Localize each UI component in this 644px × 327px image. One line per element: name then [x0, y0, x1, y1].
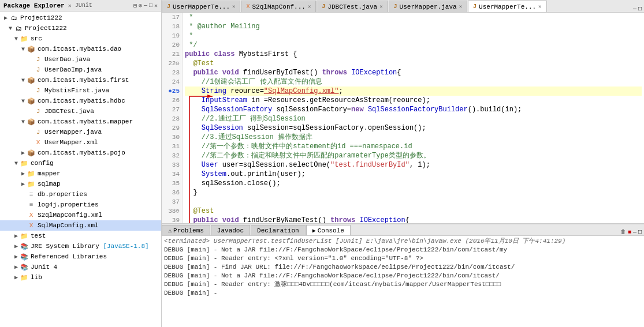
editor-tab-active[interactable]: J UserMapperTe... ✕	[468, 1, 546, 12]
console-debug-line: DEBUG [main] - Find JAR URL: file://F:/F…	[164, 263, 642, 272]
problems-tab[interactable]: ⚠ Problems	[162, 225, 210, 235]
clear-console-icon[interactable]: 🗑	[620, 228, 626, 235]
tree-item[interactable]: ▶ 📚 JRE System Library [JavaSE-1.8]	[0, 241, 161, 251]
tree-item[interactable]: X S2qlMapConfig.xml	[0, 210, 161, 220]
junit-tab-label[interactable]: JUnit	[75, 2, 92, 9]
tree-container[interactable]: ▶ 🗂 Project1222 ▼ 🗂 Project1222 ▼ 📁 src …	[0, 12, 161, 327]
code-line: //3.通过SqlSession 操作数据库	[185, 133, 642, 142]
tree-item[interactable]: J JDBCTest.java	[0, 106, 161, 116]
tree-item[interactable]: J UserDaoImp.java	[0, 65, 161, 75]
tree-item[interactable]: ▶ 🗂 Project1222	[0, 13, 161, 23]
maximize-console-icon[interactable]: □	[638, 229, 642, 235]
code-line: @Test	[185, 206, 642, 216]
library-icon: 📚	[20, 262, 29, 272]
tree-item[interactable]: ▼ 📦 com.itcast.mybatis.first	[0, 75, 161, 85]
javadoc-tab[interactable]: Javadoc	[211, 225, 250, 235]
line-num: 19	[164, 31, 180, 40]
props-file-icon: ≡	[27, 200, 36, 209]
console-tab[interactable]: ▶ Console	[306, 225, 351, 235]
java-file-icon: J	[33, 127, 43, 137]
editor-tab[interactable]: J UserMapperTe... ✕	[162, 1, 240, 12]
editor-tab[interactable]: J JDBCTest.java ✕	[317, 1, 388, 12]
package-explorer-title: Package Explorer	[3, 2, 65, 9]
tree-item[interactable]: ▼ 🗂 Project1222	[0, 23, 161, 33]
tree-arrow: ▼	[20, 98, 27, 104]
tab-close-button[interactable]: ✕	[538, 3, 541, 10]
tree-arrow: ▼	[7, 25, 14, 32]
tree-item[interactable]: ▶ 📁 test	[0, 231, 161, 241]
tree-item[interactable]: ▼ 📁 config	[0, 158, 161, 168]
tab-label: S2qlMapConf...	[252, 3, 305, 10]
editor-tabs: J UserMapperTe... ✕ X S2qlMapConf... ✕ J…	[162, 0, 644, 13]
xml-file-icon: X	[27, 211, 36, 220]
editor-tab[interactable]: X S2qlMapConf... ✕	[241, 1, 316, 12]
console-toolbar: 🗑 ■ — □	[620, 228, 644, 235]
tree-item-selected[interactable]: X SqlMapConfig.xml	[0, 220, 161, 231]
tab-close-button[interactable]: ✕	[379, 3, 382, 10]
left-panel: Package Explorer ✕ JUnit ⊟ ⊛ — □ ✕ ▶ 🗂 P…	[0, 0, 162, 327]
tree-item[interactable]: ▼ 📦 com.itcast.mybatis.mapper	[0, 116, 161, 127]
xml-file-icon: X	[27, 221, 36, 230]
tab-close-button[interactable]: ✕	[232, 3, 235, 10]
tree-label: log4j.properties	[38, 201, 99, 208]
problems-tab-icon: ⚠	[168, 227, 172, 234]
code-line: }	[185, 188, 642, 197]
minimize-icon[interactable]: —	[144, 2, 147, 9]
tree-arrow: ▶	[13, 274, 20, 281]
java-file-icon: J	[33, 86, 43, 95]
line-numbers: 17 18 19 20 21 22⊖ 23 24 ●25 26 27 28 29…	[162, 13, 183, 223]
maximize-icon[interactable]: □	[149, 2, 152, 9]
tree-item[interactable]: ▼ 📦 com.itcast.mybatis.dao	[0, 44, 161, 54]
maximize-editor-icon[interactable]: □	[638, 6, 642, 12]
line-num: 36	[164, 188, 180, 197]
line-num: 34	[164, 170, 180, 179]
tree-item[interactable]: ▶ 📁 lib	[0, 272, 161, 283]
tree-item[interactable]: ≡ log4j.properties	[0, 200, 161, 210]
editor-area-wrapper: 17 18 19 20 21 22⊖ 23 24 ●25 26 27 28 29…	[162, 13, 644, 223]
editor-tab[interactable]: J UserMapper.java ✕	[389, 1, 467, 12]
tree-item[interactable]: ≡ db.properties	[0, 189, 161, 200]
package-icon: 📦	[27, 96, 36, 106]
line-num: 18	[164, 22, 180, 31]
code-line: *	[185, 31, 642, 40]
tree-item[interactable]: ▼ 📦 com.itcast.mybatis.hdbc	[0, 96, 161, 106]
minimize-console-icon[interactable]: —	[633, 229, 636, 235]
tree-item[interactable]: X UserMapper.xml	[0, 137, 161, 148]
editor-toolbar: — □	[633, 6, 644, 12]
tree-label: JUnit 4	[31, 264, 57, 270]
declaration-tab[interactable]: Declaration	[251, 225, 306, 235]
tree-item[interactable]: ▶ 📦 com.itcast.mybatis.pojo	[0, 148, 161, 158]
code-editor[interactable]: 17 18 19 20 21 22⊖ 23 24 ●25 26 27 28 29…	[162, 13, 644, 223]
tree-item-referenced-libraries[interactable]: ▶ 📚 Referenced Libraries	[0, 251, 161, 262]
tab-file-icon: J	[473, 3, 477, 10]
code-line: @Test	[185, 59, 642, 68]
code-content[interactable]: * * @author Meiling * */ public class My…	[183, 13, 644, 223]
console-tab-label: Console	[318, 227, 344, 234]
tree-arrow: ▼	[20, 77, 27, 84]
main-area: Package Explorer ✕ JUnit ⊟ ⊛ — □ ✕ ▶ 🗂 P…	[0, 0, 644, 327]
tree-item[interactable]: J MybstisFirst.java	[0, 85, 161, 96]
console-debug-line: DEBUG [main] - Reader entry: <?xml versi…	[164, 254, 642, 263]
minimize-editor-icon[interactable]: —	[633, 6, 636, 12]
terminate-icon[interactable]: ■	[628, 229, 631, 235]
code-line: //第一个参数：映射文件中的statement的id ===namespace.…	[185, 142, 642, 151]
collapse-icon[interactable]: ⊟	[133, 2, 137, 9]
tree-item[interactable]: ▶ 📁 sqlmap	[0, 179, 161, 189]
tab-close-button[interactable]: ✕	[308, 3, 311, 10]
tree-item[interactable]: ▶ 📚 JUnit 4	[0, 262, 161, 272]
tree-item[interactable]: ▶ 📁 mapper	[0, 168, 161, 179]
tree-arrow: ▶	[13, 232, 20, 239]
tree-label: com.itcast.mybatis.first	[38, 77, 129, 84]
tab-close-button[interactable]: ✕	[459, 3, 462, 10]
console-content[interactable]: <terminated> UserMapperTest.testfindUser…	[162, 236, 644, 327]
link-icon[interactable]: ⊛	[139, 2, 142, 9]
tree-item[interactable]: J UserDao.java	[0, 54, 161, 65]
code-line: //第二个参数：指定和映射文件中所匹配的parameterType类型的参数。	[185, 151, 642, 160]
close-panel-icon[interactable]: ✕	[154, 2, 158, 9]
tree-item[interactable]: J UserMapper.java	[0, 127, 161, 137]
tree-arrow: ▶	[13, 264, 20, 270]
package-icon: 📦	[27, 76, 36, 85]
code-line: public void findUserByIdTest() throws IO…	[185, 68, 642, 77]
tree-item[interactable]: ▼ 📁 src	[0, 33, 161, 44]
folder-icon: 📁	[20, 273, 29, 282]
